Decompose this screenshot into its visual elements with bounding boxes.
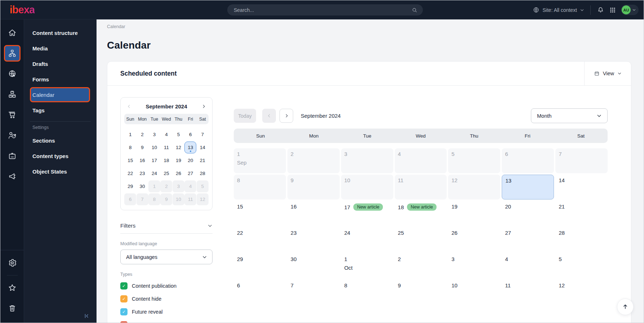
calendar-day-cell[interactable]: 1Oct bbox=[341, 254, 393, 278]
site-context-selector[interactable]: Site: All context bbox=[533, 6, 584, 13]
home-icon[interactable] bbox=[4, 24, 21, 41]
mini-calendar-day[interactable]: 17 bbox=[148, 154, 160, 166]
calendar-day-cell[interactable]: 9 bbox=[287, 175, 340, 199]
calendar-day-cell[interactable]: 4 bbox=[395, 148, 447, 173]
products-icon[interactable] bbox=[4, 86, 21, 103]
calendar-day-cell[interactable]: 28 bbox=[555, 227, 608, 252]
mini-calendar-day[interactable]: 10 bbox=[173, 193, 184, 205]
checkbox-icon[interactable]: ✓ bbox=[120, 308, 128, 315]
type-filter-content-publication[interactable]: ✓Content publication bbox=[120, 282, 213, 290]
sidebar-item-sections[interactable]: Sections bbox=[30, 133, 90, 148]
mini-calendar-day[interactable]: 9 bbox=[137, 142, 148, 153]
filters-toggle[interactable]: Filters bbox=[120, 223, 213, 234]
calendar-day-cell[interactable]: 22 bbox=[234, 227, 286, 252]
mini-calendar-day[interactable]: 3 bbox=[148, 129, 160, 140]
mini-calendar-day[interactable]: 5 bbox=[197, 180, 209, 192]
calendar-day-cell[interactable]: 8 bbox=[341, 280, 393, 305]
mini-calendar-day[interactable]: 1 bbox=[124, 129, 136, 140]
calendar-day-cell[interactable]: 21 bbox=[555, 201, 608, 226]
calendar-day-cell[interactable]: 27 bbox=[502, 227, 554, 252]
calendar-day-cell[interactable]: 15 bbox=[234, 201, 286, 226]
mini-calendar-day[interactable]: 21 bbox=[197, 154, 209, 166]
mini-calendar-day[interactable]: 24 bbox=[148, 167, 160, 179]
bookmarks-star-icon[interactable] bbox=[4, 279, 21, 296]
calendar-next-button[interactable] bbox=[279, 109, 293, 123]
mini-calendar-day[interactable]: 12 bbox=[173, 142, 184, 153]
calendar-day-cell[interactable]: 9 bbox=[395, 280, 447, 305]
calendar-day-cell[interactable]: 18New article bbox=[395, 201, 447, 226]
calendar-prev-button[interactable] bbox=[262, 109, 276, 123]
mini-calendar-day[interactable]: 9 bbox=[160, 193, 172, 205]
mini-calendar-day[interactable]: 20 bbox=[184, 154, 196, 166]
event-badge[interactable]: New article bbox=[353, 203, 383, 211]
mini-calendar-day[interactable]: 22 bbox=[124, 167, 136, 179]
search-input[interactable] bbox=[234, 7, 411, 13]
customer-badge-icon[interactable] bbox=[4, 148, 21, 164]
calendar-day-cell[interactable]: 29 bbox=[234, 254, 286, 278]
site-icon[interactable] bbox=[4, 66, 21, 82]
event-badge[interactable]: New article bbox=[407, 203, 437, 211]
calendar-day-cell[interactable]: 1Sep bbox=[234, 148, 286, 173]
mini-calendar-day[interactable]: 6 bbox=[184, 129, 196, 140]
global-search[interactable] bbox=[227, 4, 423, 15]
calendar-day-cell[interactable]: 8 bbox=[234, 175, 286, 199]
commerce-icon[interactable] bbox=[4, 107, 21, 123]
calendar-day-cell[interactable]: 10 bbox=[448, 280, 500, 305]
mini-calendar-day[interactable]: 8 bbox=[148, 193, 160, 205]
calendar-day-cell[interactable]: 6 bbox=[502, 148, 554, 173]
mini-calendar-day[interactable]: 23 bbox=[137, 167, 148, 179]
calendar-day-cell[interactable]: 5 bbox=[448, 148, 500, 173]
sidebar-item-tags[interactable]: Tags bbox=[30, 103, 90, 118]
mini-calendar-day[interactable]: 6 bbox=[124, 193, 136, 205]
mini-calendar-day[interactable]: 30 bbox=[137, 180, 148, 192]
settings-gear-icon[interactable] bbox=[4, 255, 21, 271]
view-dropdown[interactable]: View bbox=[584, 62, 631, 85]
calendar-day-cell[interactable]: 24 bbox=[341, 227, 393, 252]
sidebar-item-content-structure[interactable]: Content structure bbox=[30, 25, 90, 40]
calendar-day-cell[interactable]: 12 bbox=[448, 175, 500, 199]
calendar-day-cell[interactable]: 10 bbox=[341, 175, 393, 199]
mini-calendar-day[interactable]: 25 bbox=[160, 167, 172, 179]
calendar-view-select[interactable]: Month bbox=[531, 108, 608, 123]
app-grid-icon[interactable] bbox=[609, 6, 616, 14]
calendar-day-cell[interactable]: 20 bbox=[502, 201, 554, 226]
sidebar-item-content-types[interactable]: Content types bbox=[30, 148, 90, 163]
sidebar-item-drafts[interactable]: Drafts bbox=[30, 56, 90, 71]
calendar-day-cell[interactable]: 11 bbox=[395, 175, 447, 199]
mini-calendar-day[interactable]: 11 bbox=[160, 142, 172, 153]
mini-calendar-day[interactable]: 27 bbox=[184, 167, 196, 179]
type-filter-future-hide[interactable]: ✓Future hide bbox=[120, 321, 213, 323]
mini-calendar-day[interactable]: 2 bbox=[137, 129, 148, 140]
mini-calendar-day[interactable]: 5 bbox=[173, 129, 184, 140]
calendar-day-cell[interactable]: 16 bbox=[287, 201, 340, 226]
mini-calendar-day[interactable]: 4 bbox=[160, 129, 172, 140]
calendar-day-cell[interactable]: 17New article bbox=[341, 201, 393, 226]
calendar-day-cell[interactable]: 3 bbox=[448, 254, 500, 278]
mini-calendar-day[interactable]: 10 bbox=[148, 142, 160, 153]
calendar-day-cell[interactable]: 11 bbox=[502, 280, 554, 305]
type-filter-content-hide[interactable]: ✓Content hide bbox=[120, 295, 213, 302]
marketing-megaphone-icon[interactable] bbox=[4, 168, 21, 185]
calendar-day-cell[interactable]: 5 bbox=[555, 254, 608, 278]
mini-calendar-day[interactable]: 11 bbox=[184, 193, 196, 205]
mini-calendar-day[interactable]: 12 bbox=[197, 193, 209, 205]
mini-calendar-day[interactable]: 13 bbox=[184, 142, 196, 153]
calendar-day-cell[interactable]: 3 bbox=[341, 148, 393, 173]
user-menu[interactable]: AU bbox=[621, 5, 639, 15]
calendar-day-cell[interactable]: 19 bbox=[448, 201, 500, 226]
trash-icon[interactable] bbox=[4, 300, 21, 317]
mini-calendar-day[interactable]: 18 bbox=[160, 154, 172, 166]
calendar-day-cell[interactable]: 2 bbox=[287, 148, 340, 173]
calendar-day-cell[interactable]: 30 bbox=[287, 254, 340, 278]
mini-calendar-day[interactable]: 7 bbox=[197, 129, 209, 140]
mini-calendar-day[interactable]: 28 bbox=[197, 167, 209, 179]
calendar-day-cell[interactable]: 12 bbox=[555, 280, 608, 305]
mini-calendar-day[interactable]: 1 bbox=[148, 180, 160, 192]
scroll-to-top-button[interactable] bbox=[617, 299, 634, 315]
mini-calendar-day[interactable]: 15 bbox=[124, 154, 136, 166]
notifications-bell-icon[interactable] bbox=[597, 6, 604, 14]
content-tree-icon[interactable] bbox=[4, 45, 21, 62]
sidebar-item-media[interactable]: Media bbox=[30, 41, 90, 56]
mini-calendar-day[interactable]: 29 bbox=[124, 180, 136, 192]
mini-calendar-day[interactable]: 26 bbox=[173, 167, 184, 179]
